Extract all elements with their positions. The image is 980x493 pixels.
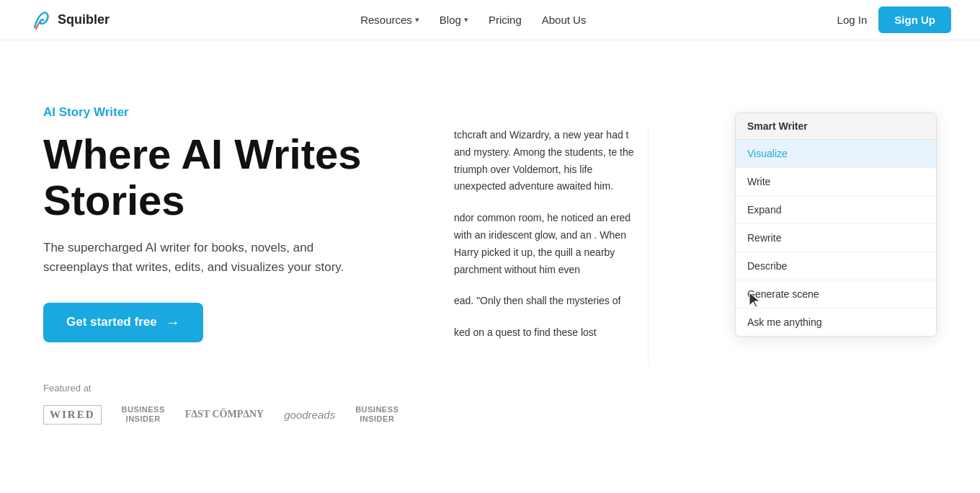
smart-writer-panel: Smart Writer Visualize Write Expand Rewr… <box>735 112 937 337</box>
wired-logo: WIRED <box>43 405 102 425</box>
hero-subtitle: The supercharged AI writer for books, no… <box>43 238 375 277</box>
arrow-icon: → <box>166 314 180 331</box>
smart-writer-write[interactable]: Write <box>736 168 936 196</box>
business-insider-logo-1: BUSINESSINSIDER <box>122 405 165 424</box>
signup-button[interactable]: Sign Up <box>878 6 951 33</box>
nav-links: Resources ▾ Blog ▾ Pricing About Us <box>360 14 586 26</box>
story-paragraph-3: ead. "Only then shall the mysteries of <box>454 293 641 310</box>
featured-logos: WIRED BUSINESSINSIDER FΔST CÖMPΔNY goodr… <box>43 405 418 425</box>
nav-about[interactable]: About Us <box>542 14 587 26</box>
story-text: tchcraft and Wizardry, a new year had t … <box>447 127 648 342</box>
smart-writer-generate-scene[interactable]: Generate scene <box>736 280 936 308</box>
hero-section: AI Story Writer Where AI Writes Stories … <box>0 40 980 493</box>
navigation: Squibler Resources ▾ Blog ▾ Pricing Abou… <box>0 0 980 40</box>
nav-resources[interactable]: Resources ▾ <box>360 14 419 26</box>
cta-label: Get started free <box>66 315 157 329</box>
featured-label: Featured at <box>43 383 418 394</box>
get-started-button[interactable]: Get started free → <box>43 303 203 342</box>
login-link[interactable]: Log In <box>837 14 868 26</box>
story-paragraph-2: ndor common room, he noticed an ered wit… <box>454 210 641 278</box>
smart-writer-expand[interactable]: Expand <box>736 196 936 224</box>
business-insider-logo-2: BUSINESSINSIDER <box>355 405 398 424</box>
smart-writer-describe[interactable]: Describe <box>736 252 936 280</box>
fast-company-logo: FΔST CÖMPΔNY <box>185 409 264 420</box>
logo-text: Squibler <box>58 12 110 27</box>
logo[interactable]: Squibler <box>29 9 110 32</box>
hero-tag: AI Story Writer <box>43 105 418 120</box>
story-panel: tchcraft and Wizardry, a new year had t … <box>447 127 649 365</box>
nav-blog[interactable]: Blog ▾ <box>440 14 468 26</box>
hero-left: AI Story Writer Where AI Writes Stories … <box>43 98 418 425</box>
nav-actions: Log In Sign Up <box>837 6 951 33</box>
smart-writer-rewrite[interactable]: Rewrite <box>736 224 936 252</box>
goodreads-logo: goodreads <box>284 409 335 421</box>
smart-writer-ask-anything[interactable]: Ask me anything <box>736 308 936 336</box>
hero-demo: tchcraft and Wizardry, a new year had t … <box>447 98 937 401</box>
hero-title: Where AI Writes Stories <box>43 131 418 223</box>
story-paragraph-4: ked on a quest to find these lost <box>454 324 641 342</box>
blog-chevron-icon: ▾ <box>464 15 468 25</box>
nav-pricing[interactable]: Pricing <box>489 14 522 26</box>
story-paragraph-1: tchcraft and Wizardry, a new year had t … <box>454 127 641 195</box>
smart-writer-visualize[interactable]: Visualize <box>736 140 936 168</box>
featured-section: Featured at WIRED BUSINESSINSIDER FΔST C… <box>43 383 418 425</box>
smart-writer-header: Smart Writer <box>736 113 936 140</box>
resources-chevron-icon: ▾ <box>415 15 419 25</box>
